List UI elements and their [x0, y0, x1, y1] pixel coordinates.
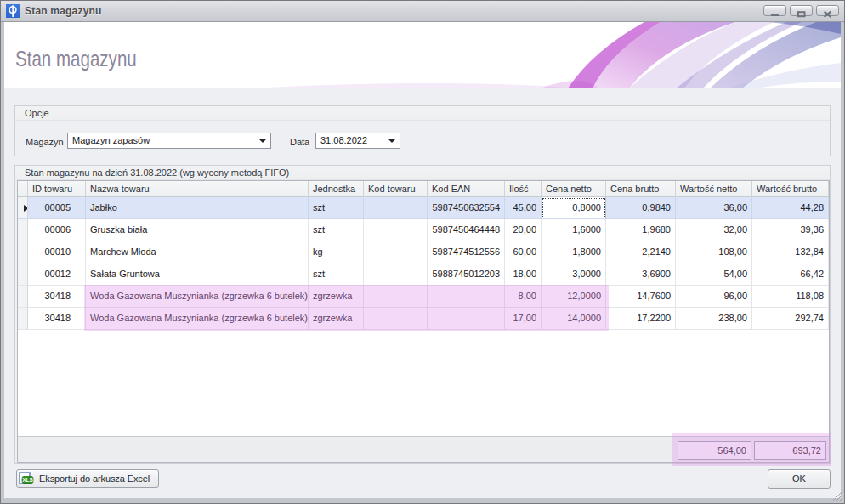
- svg-text:XLS: XLS: [22, 477, 33, 483]
